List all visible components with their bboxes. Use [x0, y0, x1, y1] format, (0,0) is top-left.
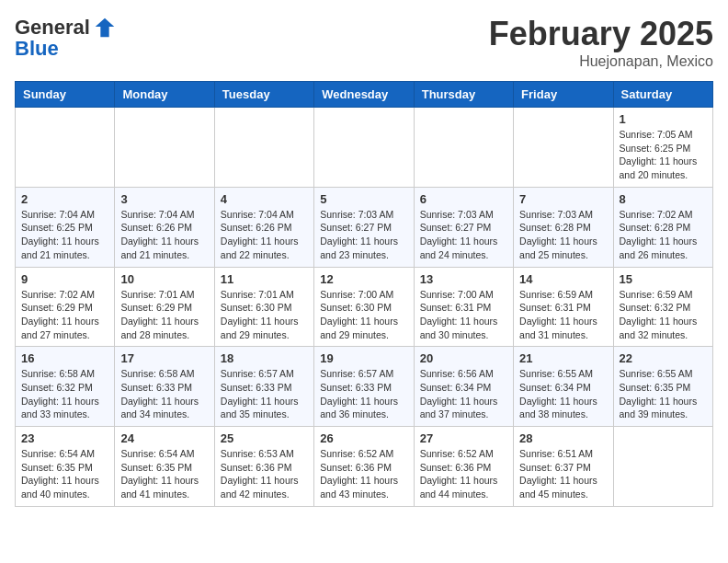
day-cell: 15Sunrise: 6:59 AM Sunset: 6:32 PM Dayli… — [613, 267, 712, 347]
day-number: 15 — [620, 272, 707, 286]
day-info: Sunrise: 6:59 AM Sunset: 6:31 PM Dayligh… — [519, 288, 607, 342]
day-cell: 27Sunrise: 6:52 AM Sunset: 6:36 PM Dayli… — [414, 427, 513, 507]
day-number: 18 — [221, 351, 308, 365]
col-header-friday: Friday — [514, 82, 613, 108]
day-info: Sunrise: 6:57 AM Sunset: 6:33 PM Dayligh… — [221, 367, 308, 421]
day-cell: 2Sunrise: 7:04 AM Sunset: 6:25 PM Daylig… — [16, 187, 115, 267]
day-cell: 14Sunrise: 6:59 AM Sunset: 6:31 PM Dayli… — [514, 267, 613, 347]
day-cell: 13Sunrise: 7:00 AM Sunset: 6:31 PM Dayli… — [414, 267, 513, 347]
day-number: 7 — [519, 192, 607, 206]
day-number: 4 — [221, 192, 308, 206]
day-cell: 21Sunrise: 6:55 AM Sunset: 6:34 PM Dayli… — [514, 347, 613, 427]
col-header-thursday: Thursday — [414, 82, 513, 108]
day-info: Sunrise: 6:59 AM Sunset: 6:32 PM Dayligh… — [620, 288, 707, 342]
day-info: Sunrise: 7:03 AM Sunset: 6:27 PM Dayligh… — [420, 208, 507, 262]
day-info: Sunrise: 7:01 AM Sunset: 6:30 PM Dayligh… — [221, 288, 308, 342]
day-number: 20 — [420, 351, 507, 365]
day-info: Sunrise: 7:00 AM Sunset: 6:30 PM Dayligh… — [320, 288, 407, 342]
day-cell: 25Sunrise: 6:53 AM Sunset: 6:36 PM Dayli… — [214, 427, 313, 507]
day-cell: 1Sunrise: 7:05 AM Sunset: 6:25 PM Daylig… — [613, 108, 712, 188]
day-cell: 3Sunrise: 7:04 AM Sunset: 6:26 PM Daylig… — [115, 187, 214, 267]
day-number: 24 — [120, 431, 208, 445]
day-info: Sunrise: 7:03 AM Sunset: 6:28 PM Dayligh… — [519, 208, 607, 262]
day-number: 19 — [320, 351, 407, 365]
day-cell: 18Sunrise: 6:57 AM Sunset: 6:33 PM Dayli… — [214, 347, 313, 427]
day-info: Sunrise: 7:02 AM Sunset: 6:29 PM Dayligh… — [21, 288, 108, 342]
col-header-tuesday: Tuesday — [214, 82, 313, 108]
day-cell: 17Sunrise: 6:58 AM Sunset: 6:33 PM Dayli… — [115, 347, 214, 427]
week-row-3: 9Sunrise: 7:02 AM Sunset: 6:29 PM Daylig… — [16, 267, 713, 347]
svg-marker-0 — [96, 18, 115, 38]
day-number: 25 — [221, 431, 308, 445]
day-info: Sunrise: 6:53 AM Sunset: 6:36 PM Dayligh… — [221, 447, 308, 501]
col-header-wednesday: Wednesday — [314, 82, 414, 108]
day-cell: 20Sunrise: 6:56 AM Sunset: 6:34 PM Dayli… — [414, 347, 513, 427]
title-block: February 2025 Huejonapan, Mexico — [489, 15, 713, 70]
day-number: 12 — [320, 272, 407, 286]
day-number: 28 — [519, 431, 607, 445]
day-number: 9 — [21, 272, 108, 286]
day-cell: 26Sunrise: 6:52 AM Sunset: 6:36 PM Dayli… — [314, 427, 414, 507]
day-cell — [115, 108, 214, 188]
day-cell: 7Sunrise: 7:03 AM Sunset: 6:28 PM Daylig… — [514, 187, 613, 267]
day-info: Sunrise: 6:52 AM Sunset: 6:36 PM Dayligh… — [420, 447, 507, 501]
day-cell — [613, 427, 712, 507]
day-info: Sunrise: 7:03 AM Sunset: 6:27 PM Dayligh… — [320, 208, 407, 262]
calendar: SundayMondayTuesdayWednesdayThursdayFrid… — [15, 81, 713, 507]
day-info: Sunrise: 6:58 AM Sunset: 6:33 PM Dayligh… — [120, 367, 208, 421]
day-number: 3 — [120, 192, 208, 206]
day-number: 10 — [120, 272, 208, 286]
calendar-header-row: SundayMondayTuesdayWednesdayThursdayFrid… — [16, 82, 713, 108]
day-number: 5 — [320, 192, 407, 206]
day-info: Sunrise: 7:04 AM Sunset: 6:26 PM Dayligh… — [221, 208, 308, 262]
day-number: 2 — [21, 192, 108, 206]
day-info: Sunrise: 6:51 AM Sunset: 6:37 PM Dayligh… — [519, 447, 607, 501]
day-cell — [16, 108, 115, 188]
day-cell — [214, 108, 313, 188]
day-info: Sunrise: 6:55 AM Sunset: 6:35 PM Dayligh… — [620, 367, 707, 421]
day-number: 11 — [221, 272, 308, 286]
day-cell — [514, 108, 613, 188]
week-row-2: 2Sunrise: 7:04 AM Sunset: 6:25 PM Daylig… — [16, 187, 713, 267]
day-info: Sunrise: 6:55 AM Sunset: 6:34 PM Dayligh… — [519, 367, 607, 421]
day-info: Sunrise: 7:05 AM Sunset: 6:25 PM Dayligh… — [620, 128, 707, 182]
day-number: 21 — [519, 351, 607, 365]
day-number: 16 — [21, 351, 108, 365]
day-info: Sunrise: 7:02 AM Sunset: 6:28 PM Dayligh… — [620, 208, 707, 262]
day-cell: 12Sunrise: 7:00 AM Sunset: 6:30 PM Dayli… — [314, 267, 414, 347]
day-info: Sunrise: 7:00 AM Sunset: 6:31 PM Dayligh… — [420, 288, 507, 342]
day-cell: 8Sunrise: 7:02 AM Sunset: 6:28 PM Daylig… — [613, 187, 712, 267]
week-row-1: 1Sunrise: 7:05 AM Sunset: 6:25 PM Daylig… — [16, 108, 713, 188]
day-number: 22 — [620, 351, 707, 365]
day-info: Sunrise: 7:04 AM Sunset: 6:25 PM Dayligh… — [21, 208, 108, 262]
logo-icon — [92, 15, 118, 40]
col-header-monday: Monday — [115, 82, 214, 108]
day-cell: 11Sunrise: 7:01 AM Sunset: 6:30 PM Dayli… — [214, 267, 313, 347]
day-number: 14 — [519, 272, 607, 286]
day-number: 27 — [420, 431, 507, 445]
logo: General Blue — [15, 15, 118, 61]
month-title: February 2025 — [489, 15, 713, 53]
day-info: Sunrise: 7:01 AM Sunset: 6:29 PM Dayligh… — [120, 288, 208, 342]
day-cell: 24Sunrise: 6:54 AM Sunset: 6:35 PM Dayli… — [115, 427, 214, 507]
day-number: 26 — [320, 431, 407, 445]
location: Huejonapan, Mexico — [489, 53, 713, 70]
day-info: Sunrise: 6:58 AM Sunset: 6:32 PM Dayligh… — [21, 367, 108, 421]
day-cell: 5Sunrise: 7:03 AM Sunset: 6:27 PM Daylig… — [314, 187, 414, 267]
day-number: 23 — [21, 431, 108, 445]
day-cell: 19Sunrise: 6:57 AM Sunset: 6:33 PM Dayli… — [314, 347, 414, 427]
day-cell: 23Sunrise: 6:54 AM Sunset: 6:35 PM Dayli… — [16, 427, 115, 507]
col-header-sunday: Sunday — [16, 82, 115, 108]
day-cell: 4Sunrise: 7:04 AM Sunset: 6:26 PM Daylig… — [214, 187, 313, 267]
day-number: 8 — [620, 192, 707, 206]
day-number: 17 — [120, 351, 208, 365]
logo-text: General — [15, 17, 90, 39]
day-cell: 16Sunrise: 6:58 AM Sunset: 6:32 PM Dayli… — [16, 347, 115, 427]
day-cell: 9Sunrise: 7:02 AM Sunset: 6:29 PM Daylig… — [16, 267, 115, 347]
day-cell — [314, 108, 414, 188]
day-cell: 28Sunrise: 6:51 AM Sunset: 6:37 PM Dayli… — [514, 427, 613, 507]
day-info: Sunrise: 7:04 AM Sunset: 6:26 PM Dayligh… — [120, 208, 208, 262]
day-number: 1 — [620, 112, 707, 126]
day-info: Sunrise: 6:54 AM Sunset: 6:35 PM Dayligh… — [21, 447, 108, 501]
day-info: Sunrise: 6:52 AM Sunset: 6:36 PM Dayligh… — [320, 447, 407, 501]
